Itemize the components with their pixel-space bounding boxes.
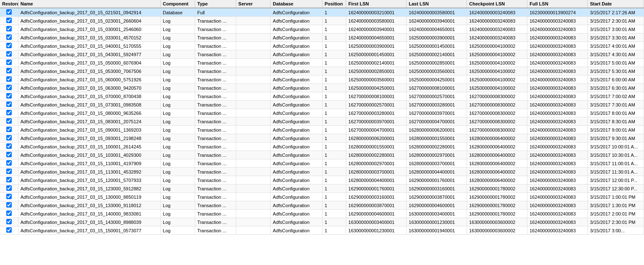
restore-checkbox[interactable] xyxy=(6,127,12,132)
restore-checkbox[interactable] xyxy=(6,18,12,23)
col-header-component: Component xyxy=(161,0,195,8)
col-header-position: Position xyxy=(322,0,346,8)
table-row: AdfsConfiguration_backup_2017_03_15_0730… xyxy=(0,101,644,109)
table-row: AdfsConfiguration_backup_2017_03_15_0830… xyxy=(0,117,644,126)
name-cell: AdfsConfiguration_backup_2017_03_15_1130… xyxy=(18,168,160,176)
start-date-cell: 3/15/2017 10:00:01 A... xyxy=(588,143,644,151)
restore-checkbox[interactable] xyxy=(6,210,12,216)
type-cell: Transaction ... xyxy=(195,59,236,67)
database-cell: AdfsConfiguration xyxy=(271,201,322,210)
name-cell: AdfsConfiguration_backup_2017_03_15_0730… xyxy=(18,101,160,109)
type-cell: Transaction ... xyxy=(195,210,236,218)
last-lsn-cell: 162800000004400001 xyxy=(407,168,467,176)
restore-checkbox[interactable] xyxy=(6,76,12,82)
table-row: AdfsConfiguration_backup_2017_03_15_0700… xyxy=(0,92,644,101)
table-row: AdfsConfiguration_backup_2017_03_15_0630… xyxy=(0,84,644,92)
database-cell: AdfsConfiguration xyxy=(271,17,322,25)
full-lsn-cell: 162400000003240083 xyxy=(527,210,588,218)
table-row: AdfsConfiguration_backup_2017_03_15_1200… xyxy=(0,176,644,184)
component-cell: Log xyxy=(161,17,195,25)
position-cell: 1 xyxy=(322,75,346,84)
restore-checkbox[interactable] xyxy=(6,51,12,57)
full-lsn-cell: 162400000003240083 xyxy=(527,59,588,67)
restore-checkbox[interactable] xyxy=(6,43,12,48)
database-cell: AdfsConfiguration xyxy=(271,184,322,193)
name-cell: AdfsConfiguration_backup_2017_03_15_0600… xyxy=(18,75,160,84)
restore-cell xyxy=(0,17,18,25)
restore-checkbox[interactable] xyxy=(6,143,12,149)
restore-checkbox[interactable] xyxy=(6,118,12,124)
full-lsn-cell: 162400000003240083 xyxy=(527,67,588,75)
restore-checkbox[interactable] xyxy=(6,85,12,90)
position-cell: 1 xyxy=(322,101,346,109)
first-lsn-cell: 162800000006200001 xyxy=(346,134,407,143)
restore-checkbox[interactable] xyxy=(6,185,12,191)
restore-checkbox[interactable] xyxy=(6,9,12,15)
restore-checkbox[interactable] xyxy=(6,219,12,224)
restore-checkbox[interactable] xyxy=(6,110,12,115)
component-cell: Log xyxy=(161,193,195,201)
restore-checkbox[interactable] xyxy=(6,194,12,199)
restore-cell xyxy=(0,25,18,34)
full-lsn-cell: 162400000003240083 xyxy=(527,151,588,159)
server-cell xyxy=(236,134,271,143)
last-lsn-cell: 162800000002970001 xyxy=(407,151,467,159)
start-date-cell: 3/15/2017 8:00:01 AM xyxy=(588,109,644,117)
col-header-name: Name xyxy=(18,0,160,8)
full-lsn-cell: 162400000003240083 xyxy=(527,201,588,210)
name-cell: AdfsConfiguration_backup_2017_03_15_1500… xyxy=(18,226,160,235)
server-cell xyxy=(236,168,271,176)
restore-cell xyxy=(0,50,18,59)
checkpoint-lsn-cell: 162500000004100002 xyxy=(467,67,527,75)
name-cell: AdfsConfiguration_backup_2017_03_15_0215… xyxy=(18,8,160,17)
restore-checkbox[interactable] xyxy=(6,202,12,208)
restore-checkbox[interactable] xyxy=(6,93,12,99)
first-lsn-cell: 162800000002280001 xyxy=(346,151,407,159)
name-cell: AdfsConfiguration_backup_2017_03_15_1000… xyxy=(18,143,160,151)
start-date-cell: 3/15/2017 4:30:01 AM xyxy=(588,50,644,59)
full-lsn-cell: 162400000003240083 xyxy=(527,34,588,42)
restore-checkbox[interactable] xyxy=(6,34,12,40)
restore-checkbox[interactable] xyxy=(6,152,12,157)
last-lsn-cell: 162500000004250001 xyxy=(407,75,467,84)
first-lsn-cell: 162900000003870001 xyxy=(346,201,407,210)
col-header-database: Database xyxy=(271,0,322,8)
component-cell: Log xyxy=(161,168,195,176)
server-cell xyxy=(236,201,271,210)
first-lsn-cell: 163000000003400001 xyxy=(346,218,407,226)
restore-checkbox[interactable] xyxy=(6,26,12,31)
start-date-cell: 3/15/2017 4:00:01 AM xyxy=(588,42,644,50)
server-cell xyxy=(236,101,271,109)
database-cell: AdfsConfiguration xyxy=(271,117,322,126)
restore-checkbox[interactable] xyxy=(6,227,12,233)
first-lsn-cell: 162500000001450001 xyxy=(346,50,407,59)
restore-checkbox[interactable] xyxy=(6,169,12,174)
first-lsn-cell: 162500000004250001 xyxy=(346,84,407,92)
restore-cell xyxy=(0,226,18,235)
restore-checkbox[interactable] xyxy=(6,177,12,182)
restore-cell xyxy=(0,84,18,92)
restore-checkbox[interactable] xyxy=(6,101,12,107)
restore-checkbox[interactable] xyxy=(6,135,12,140)
database-cell: AdfsConfiguration xyxy=(271,42,322,50)
server-cell xyxy=(236,50,271,59)
full-lsn-cell: 162400000003240083 xyxy=(527,25,588,34)
first-lsn-cell: 162500000002140001 xyxy=(346,59,407,67)
server-cell xyxy=(236,126,271,134)
full-lsn-cell: 162400000003240083 xyxy=(527,143,588,151)
type-cell: Transaction ... xyxy=(195,184,236,193)
restore-checkbox[interactable] xyxy=(6,68,12,73)
start-date-cell: 3/15/2017 2:17:26 AM xyxy=(588,8,644,17)
restore-checkbox[interactable] xyxy=(6,160,12,166)
last-lsn-cell: 162900000003160001 xyxy=(407,184,467,193)
first-lsn-cell: 162500000003900001 xyxy=(346,42,407,50)
last-lsn-cell: 162800000001550001 xyxy=(407,134,467,143)
position-cell: 1 xyxy=(322,134,346,143)
position-cell: 1 xyxy=(322,193,346,201)
component-cell: Log xyxy=(161,126,195,134)
first-lsn-cell: 162800000003700001 xyxy=(346,168,407,176)
server-cell xyxy=(236,8,271,17)
position-cell: 1 xyxy=(322,218,346,226)
restore-checkbox[interactable] xyxy=(6,60,12,65)
database-cell: AdfsConfiguration xyxy=(271,126,322,134)
